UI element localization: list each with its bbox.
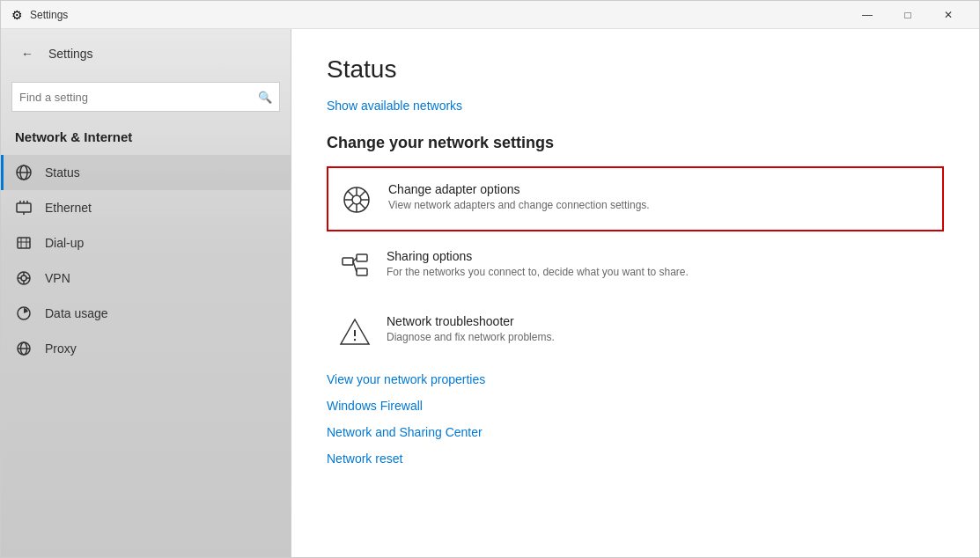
view-properties-link[interactable]: View your network properties — [327, 372, 944, 386]
svg-rect-33 — [357, 254, 367, 261]
network-reset-link[interactable]: Network reset — [327, 452, 944, 466]
dialup-icon — [15, 234, 33, 252]
proxy-icon — [15, 340, 33, 357]
titlebar: ⚙ Settings — □ ✕ — [1, 1, 979, 29]
vpn-icon — [15, 269, 33, 287]
network-sharing-center-link[interactable]: Network and Sharing Center — [327, 425, 944, 439]
sidebar-item-vpn[interactable]: VPN — [1, 261, 291, 296]
adapter-desc: View network adapters and change connect… — [388, 199, 650, 211]
sidebar-item-dialup[interactable]: Dial-up — [1, 225, 291, 261]
maximize-button[interactable]: □ — [888, 1, 928, 29]
troubleshooter-title: Network troubleshooter — [387, 314, 555, 328]
sharing-desc: For the networks you connect to, decide … — [387, 266, 689, 278]
sidebar: ← Settings 🔍 Network & Internet — [1, 29, 291, 557]
sharing-options-item[interactable]: Sharing options For the networks you con… — [327, 235, 944, 297]
sidebar-section-title: Network & Internet — [1, 122, 291, 155]
sidebar-item-datausage-label: Data usage — [45, 306, 108, 320]
close-button[interactable]: ✕ — [928, 1, 969, 29]
ethernet-icon — [15, 199, 33, 217]
windows-firewall-link[interactable]: Windows Firewall — [327, 399, 944, 413]
sharing-title: Sharing options — [387, 249, 689, 263]
change-settings-title: Change your network settings — [327, 134, 944, 152]
svg-point-13 — [21, 275, 26, 281]
content-area: ← Settings 🔍 Network & Internet — [1, 29, 979, 557]
sidebar-nav: Status Ethernet — [1, 155, 291, 366]
window-controls: — □ ✕ — [847, 1, 969, 29]
troubleshooter-icon — [339, 316, 371, 348]
svg-line-36 — [353, 261, 357, 272]
minimize-button[interactable]: — — [847, 1, 888, 29]
sidebar-item-datausage[interactable]: Data usage — [1, 296, 291, 331]
sidebar-item-ethernet-label: Ethernet — [45, 201, 92, 215]
search-icon: 🔍 — [258, 91, 272, 104]
links-section: View your network properties Windows Fir… — [327, 372, 944, 466]
main-content: Status Show available networks Change yo… — [291, 29, 979, 557]
sidebar-item-status[interactable]: Status — [1, 155, 291, 190]
svg-line-30 — [360, 191, 366, 197]
troubleshooter-item[interactable]: Network troubleshooter Diagnose and fix … — [327, 300, 944, 362]
svg-rect-34 — [357, 268, 367, 275]
globe-icon — [15, 164, 33, 181]
show-networks-link[interactable]: Show available networks — [327, 99, 462, 113]
adapter-icon — [341, 184, 372, 216]
svg-rect-3 — [17, 203, 31, 212]
datausage-icon — [15, 305, 33, 322]
adapter-title: Change adapter options — [388, 182, 650, 196]
page-title: Status — [327, 55, 944, 84]
svg-point-39 — [354, 339, 356, 341]
sidebar-app-title: Settings — [48, 47, 93, 61]
sidebar-item-status-label: Status — [45, 165, 80, 180]
troubleshooter-desc: Diagnose and fix network problems. — [387, 331, 555, 343]
sidebar-header: ← Settings — [1, 29, 291, 78]
sidebar-item-proxy[interactable]: Proxy — [1, 331, 291, 366]
sidebar-item-proxy-label: Proxy — [45, 341, 77, 356]
change-adapter-item[interactable]: Change adapter options View network adap… — [327, 166, 944, 231]
settings-window: ⚙ Settings — □ ✕ ← Settings 🔍 Network & … — [0, 0, 980, 558]
back-button[interactable]: ← — [15, 41, 40, 66]
window-icon: ⚙ — [11, 8, 23, 22]
search-box[interactable]: 🔍 — [11, 82, 280, 112]
search-input[interactable] — [19, 91, 258, 104]
titlebar-title: Settings — [30, 9, 68, 21]
svg-rect-8 — [18, 238, 30, 248]
sidebar-item-vpn-label: VPN — [45, 271, 70, 285]
sidebar-item-dialup-label: Dial-up — [45, 236, 84, 250]
svg-line-28 — [348, 191, 354, 197]
svg-line-31 — [348, 203, 354, 209]
svg-line-29 — [360, 203, 366, 209]
sidebar-item-ethernet[interactable]: Ethernet — [1, 190, 291, 225]
sharing-icon — [339, 251, 371, 283]
svg-rect-32 — [343, 258, 353, 265]
